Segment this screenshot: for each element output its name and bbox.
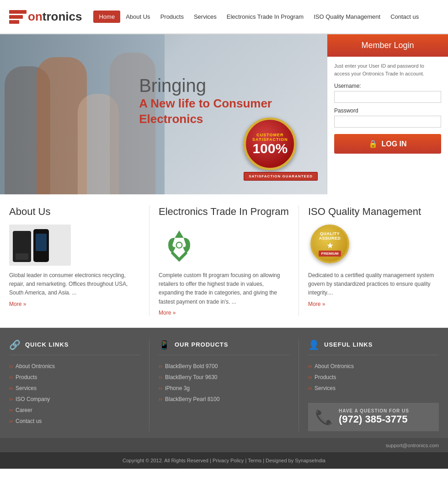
person-icon: 👤 (308, 339, 320, 350)
password-label: Password (334, 107, 441, 114)
contact-box: 📞 HAVE A QUESTION FOR US (972) 385-3775 (308, 403, 439, 431)
login-panel: Member Login Just enter your User ID and… (327, 34, 448, 194)
footer-useful-services[interactable]: ›› Services (308, 383, 439, 394)
nav-services[interactable]: Services (189, 11, 221, 23)
hero-banner: Bringing A New life to Consumer Electron… (0, 34, 327, 194)
footer-link-products[interactable]: ›› Products (9, 372, 140, 383)
quality-text: Dedicated to a certified quality managem… (308, 271, 439, 298)
about-title: About Us (9, 206, 140, 218)
about-text: Global leader in consumer electronics re… (9, 271, 140, 298)
trade-more-link[interactable]: More » (159, 310, 176, 316)
username-label: Username: (334, 83, 441, 89)
products-title: OUR PRODUCTS (175, 341, 228, 348)
footer-link-career[interactable]: ›› Career (9, 405, 140, 416)
nav-trade[interactable]: Electronics Trade In Program (222, 11, 308, 23)
hero-bringing: Bringing (139, 75, 272, 96)
footer-link-about[interactable]: ›› About Ontronics (9, 361, 140, 372)
footer: 🔗 QUICK LINKS ›› About Ontronics ›› Prod… (0, 328, 448, 469)
logo[interactable]: ontronics (9, 10, 82, 24)
main-nav: Home About Us Products Services Electron… (93, 11, 423, 23)
contact-phone: (972) 385-3775 (339, 413, 409, 425)
badge-percent: 100% (252, 142, 288, 155)
contact-label: HAVE A QUESTION FOR US (339, 408, 409, 413)
quality-col: ISO Quality Management QUALITYASSURED ★ … (299, 206, 439, 316)
footer-products: 📱 OUR PRODUCTS ›› BlackBerry Bold 9700 ›… (149, 339, 299, 431)
useful-links-list: ›› About Ontronics ›› Products ›› Servic… (308, 361, 439, 394)
footer-useful-links: 👤 USEFUL LINKS ›› About Ontronics ›› Pro… (299, 339, 439, 431)
logo-text: ontronics (28, 10, 82, 24)
about-col: About Us Global leader in consumer elect… (9, 206, 149, 316)
trade-text: Complete custom fit program focusing on … (159, 271, 289, 306)
quality-image: QUALITYASSURED ★ PREMIUM (308, 225, 354, 266)
products-list: ›› BlackBerry Bold 9700 ›› BlackBerry To… (159, 361, 289, 405)
footer-link-iso[interactable]: ›› ISO Company (9, 394, 140, 405)
quality-more-link[interactable]: More » (308, 301, 325, 307)
footer-email-link[interactable]: support@ontronics.com (386, 443, 439, 448)
footer-product-bb8100[interactable]: ›› BlackBerry Pearl 8100 (159, 394, 289, 405)
login-button-label: LOG IN (381, 140, 406, 148)
trade-title: Electronics Trade In Program (159, 206, 289, 218)
footer-link-contact[interactable]: ›› Contact us (9, 416, 140, 427)
phone-icon: 📱 (159, 339, 170, 350)
quick-links-list: ›› About Ontronics ›› Products ›› Servic… (9, 361, 140, 427)
trade-col: Electronics Trade In Program Complete cu… (149, 206, 299, 316)
login-button[interactable]: 🔒 LOG IN (334, 134, 441, 154)
nav-quality[interactable]: ISO Quality Management (309, 11, 385, 23)
content-section: About Us Global leader in consumer elect… (0, 194, 448, 328)
useful-links-title: USEFUL LINKS (324, 341, 373, 348)
footer-email-row: support@ontronics.com (0, 438, 448, 452)
login-header: Member Login (327, 34, 448, 57)
satisfaction-badge: CUSTOMER SATISFACTION 100% SATISFACTION … (244, 118, 318, 181)
footer-product-bb9700[interactable]: ›› BlackBerry Bold 9700 (159, 361, 289, 372)
phone-contact-icon: 📞 (315, 408, 333, 426)
footer-useful-about[interactable]: ›› About Ontronics (308, 361, 439, 372)
svg-point-0 (176, 242, 182, 248)
recycle-icon (161, 227, 197, 263)
hero-section: Bringing A New life to Consumer Electron… (0, 34, 448, 194)
footer-link-services[interactable]: ›› Services (9, 383, 140, 394)
footer-useful-products[interactable]: ›› Products (308, 372, 439, 383)
nav-about[interactable]: About Us (121, 11, 155, 23)
password-input[interactable] (334, 116, 441, 128)
nav-home[interactable]: Home (93, 11, 120, 23)
lock-icon: 🔒 (368, 139, 378, 148)
trade-image (159, 225, 200, 266)
footer-product-iphone[interactable]: ›› iPhone 3g (159, 383, 289, 394)
header: ontronics Home About Us Products Service… (0, 0, 448, 34)
footer-quick-links: 🔗 QUICK LINKS ›› About Ontronics ›› Prod… (9, 339, 149, 431)
quality-title: ISO Quality Management (308, 206, 439, 218)
nav-products[interactable]: Products (156, 11, 188, 23)
footer-copyright: Copyright © 2012. All Rights Reserved | … (0, 452, 448, 469)
username-input[interactable] (334, 91, 441, 103)
about-image (9, 225, 71, 266)
quick-links-title: QUICK LINKS (25, 341, 69, 348)
link-icon: 🔗 (9, 339, 21, 350)
nav-contact[interactable]: Contact us (386, 11, 423, 23)
login-description: Just enter your User ID and password to … (334, 62, 441, 77)
about-more-link[interactable]: More » (9, 301, 26, 307)
footer-product-bb9630[interactable]: ›› BlackBerry Tour 9630 (159, 372, 289, 383)
